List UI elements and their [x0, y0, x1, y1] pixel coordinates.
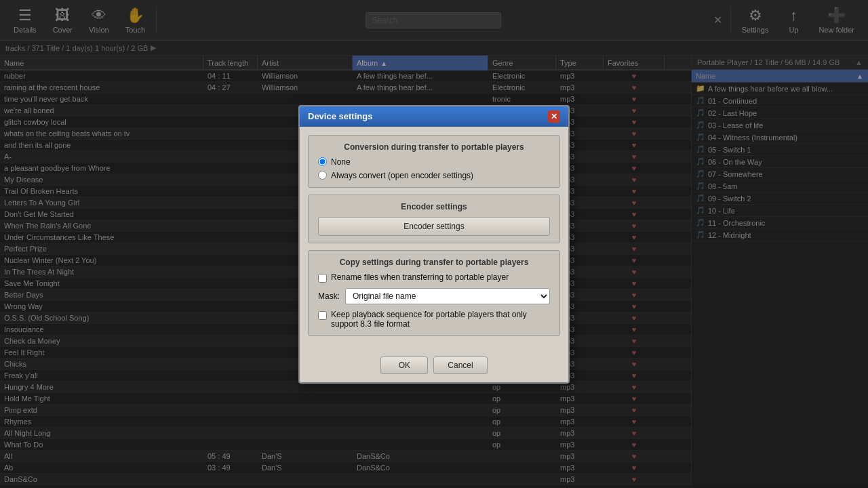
mask-select[interactable]: Original file name Track number - Title …: [345, 288, 550, 304]
encoder-section-title: Encoder settings: [318, 202, 550, 211]
radio-always-text: Always convert (open encoder settings): [331, 171, 473, 180]
rename-checkbox-label[interactable]: Rename files when transferring to portab…: [318, 272, 550, 283]
dialog-footer: OK Cancel: [300, 351, 568, 382]
radio-none-input[interactable]: [318, 157, 327, 166]
mask-label: Mask:: [318, 291, 340, 301]
radio-none-text: None: [331, 157, 351, 167]
copy-section-title: Copy settings during transfer to portabl…: [318, 258, 550, 267]
radio-none-label[interactable]: None: [318, 157, 550, 167]
rename-checkbox-text: Rename files when transferring to portab…: [331, 272, 509, 282]
rename-checkbox[interactable]: [318, 274, 327, 283]
keep-checkbox[interactable]: [318, 311, 327, 320]
encoder-settings-button[interactable]: Encoder settings: [318, 217, 550, 236]
encoder-section: Encoder settings Encoder settings: [308, 195, 560, 243]
conversion-radio-group: None Always convert (open encoder settin…: [318, 157, 550, 180]
radio-always-input[interactable]: [318, 171, 327, 180]
radio-always-label[interactable]: Always convert (open encoder settings): [318, 171, 550, 180]
dialog-title-bar: Device settings ✕: [300, 106, 568, 127]
dialog-close-button[interactable]: ✕: [548, 110, 560, 123]
conversion-section: Conversion during transfer to portable p…: [308, 135, 560, 188]
keep-checkbox-label[interactable]: Keep playback sequence for portable play…: [318, 310, 550, 329]
mask-row: Mask: Original file name Track number - …: [318, 288, 550, 304]
conversion-section-title: Conversion during transfer to portable p…: [318, 142, 550, 152]
dialog-title: Device settings: [308, 111, 372, 121]
copy-section: Copy settings during transfer to portabl…: [308, 250, 560, 336]
keep-checkbox-text: Keep playback sequence for portable play…: [331, 310, 550, 329]
dialog-body: Conversion during transfer to portable p…: [300, 127, 568, 351]
dialog-overlay: Device settings ✕ Conversion during tran…: [0, 0, 868, 488]
cancel-button[interactable]: Cancel: [433, 357, 487, 374]
device-settings-dialog: Device settings ✕ Conversion during tran…: [298, 105, 570, 384]
ok-button[interactable]: OK: [380, 357, 428, 374]
